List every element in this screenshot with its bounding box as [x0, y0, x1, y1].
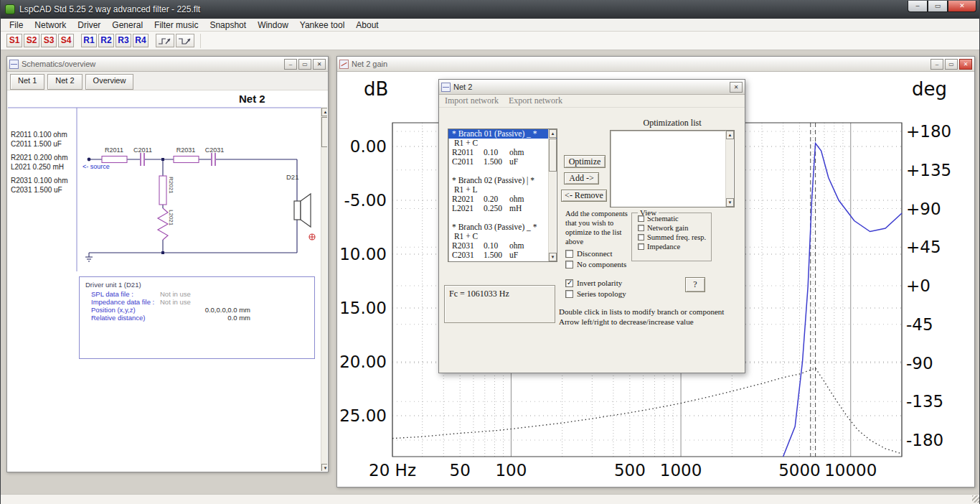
scroll-up-icon[interactable]: ▲ — [321, 108, 327, 116]
menu-item-general[interactable]: General — [106, 19, 149, 32]
tab-net-2[interactable]: Net 2 — [47, 74, 82, 90]
branch-list-row[interactable]: R1 + L — [448, 185, 557, 195]
db-tick-label: 10.00 — [338, 245, 387, 263]
toolbar-button-r4[interactable]: R4 — [133, 34, 149, 47]
gain-close-button[interactable]: ✕ — [959, 59, 972, 70]
toolbar-button-s2[interactable]: S2 — [24, 34, 39, 47]
resistor-r2031[interactable] — [174, 157, 199, 163]
optimize-button[interactable]: Optimize — [564, 155, 606, 168]
branch-list-row[interactable]: R1 + C — [448, 139, 557, 148]
menu-item-snapshot[interactable]: Snapshot — [204, 19, 252, 32]
tab-overview[interactable]: Overview — [85, 74, 134, 90]
schematics-minimize-button[interactable]: – — [284, 59, 297, 70]
branch-list-row[interactable]: C20111.500uF — [448, 157, 557, 167]
gain-maximize-button[interactable]: ▭ — [945, 59, 958, 70]
scroll-up-icon[interactable]: ▲ — [549, 129, 557, 138]
scrollbar-thumb[interactable] — [549, 139, 557, 172]
capacitor-c2031[interactable] — [212, 153, 215, 166]
no-components-checkbox-row[interactable]: No components — [565, 260, 626, 269]
capacitor-c2011[interactable] — [141, 153, 144, 166]
schematics-close-button[interactable]: ✕ — [313, 59, 326, 70]
invert-polarity-checkbox-row[interactable]: Invert polarity — [565, 279, 622, 287]
tab-net-1[interactable]: Net 1 — [10, 74, 44, 90]
menu-item-window[interactable]: Window — [252, 19, 294, 32]
no-components-checkbox[interactable] — [565, 261, 573, 269]
branch-list-row[interactable]: * Branch 01 (Passive) _ * — [448, 129, 557, 139]
deg-tick-label: +0 — [906, 276, 972, 295]
help-button[interactable]: ? — [685, 277, 705, 292]
schematics-window-titlebar[interactable]: Schematics/overview – ▭ ✕ — [7, 57, 328, 72]
disconnect-checkbox[interactable] — [565, 250, 573, 258]
menu-item-driver[interactable]: Driver — [72, 19, 106, 32]
scroll-down-icon[interactable]: ▼ — [549, 253, 557, 261]
remove-button[interactable]: <- Remove — [561, 190, 607, 202]
resistor-r2021[interactable] — [159, 176, 166, 205]
optimization-list[interactable] — [610, 130, 735, 207]
view-option-row[interactable]: Network gain — [638, 224, 711, 232]
toolbar-button-s1[interactable]: S1 — [6, 34, 22, 47]
schematics-tab-bar: Net 1Net 2Overview — [7, 72, 328, 90]
gain-minimize-button[interactable]: – — [930, 59, 943, 70]
gain-window-titlebar[interactable]: Net 2 gain – ▭ ✕ — [337, 57, 974, 72]
series-topology-checkbox-row[interactable]: Series topology — [565, 289, 626, 298]
view-option-checkbox[interactable] — [638, 234, 644, 241]
component-name: C2011 — [452, 157, 484, 167]
dialog-menu-import-network[interactable]: Import network — [445, 95, 499, 106]
branch-list-row[interactable]: R20110.10ohm — [448, 148, 557, 157]
deg-tick-label: -180 — [906, 431, 972, 449]
component-name: R2021 — [452, 195, 484, 204]
branch-list-row[interactable]: * Branch 02 (Passive) | * — [448, 176, 557, 185]
resistor-r2011[interactable] — [102, 157, 127, 163]
schematics-vertical-scrollbar[interactable]: ▲ ▼ — [321, 108, 327, 471]
series-topology-checkbox[interactable] — [565, 290, 573, 298]
dialog-menu-export-network[interactable]: Export network — [509, 95, 562, 106]
scroll-down-icon[interactable]: ▼ — [321, 464, 327, 471]
scrollbar-thumb[interactable] — [321, 117, 327, 147]
branch-list-row[interactable]: * Branch 03 (Passive) _ * — [448, 223, 557, 232]
db-tick-label: -5.00 — [338, 191, 387, 210]
branch-list-row[interactable]: L20210.250mH — [448, 204, 557, 213]
schematics-maximize-button[interactable]: ▭ — [298, 59, 311, 70]
disconnect-checkbox-row[interactable]: Disconnect — [565, 249, 612, 258]
close-button[interactable]: ✕ — [948, 1, 976, 12]
dialog-close-button[interactable]: ✕ — [730, 82, 743, 93]
branch-list-row[interactable] — [448, 167, 557, 176]
inductor-l2021[interactable] — [158, 208, 168, 240]
scroll-up-icon[interactable]: ▲ — [726, 131, 734, 139]
view-option-row[interactable]: Summed freq. resp. — [638, 233, 711, 241]
branch-list-row[interactable]: R20310.10ohm — [448, 241, 557, 251]
toolbar-button-s3[interactable]: S3 — [41, 34, 57, 47]
resize-grip[interactable] — [972, 495, 979, 503]
menu-item-about[interactable]: About — [350, 19, 384, 32]
menu-item-network[interactable]: Network — [29, 19, 72, 32]
view-option-checkbox[interactable] — [638, 215, 644, 222]
filter-tool-button-2[interactable] — [176, 34, 194, 47]
maximize-button[interactable]: ▭ — [928, 1, 948, 12]
menu-item-file[interactable]: File — [4, 19, 29, 32]
optimization-list-scrollbar[interactable]: ▲ ▼ — [725, 131, 733, 207]
driver-info-value: 0.0,0.0,0.0 mm — [205, 306, 250, 314]
toolbar-button-r3[interactable]: R3 — [116, 34, 131, 47]
branch-list-row[interactable]: R20210.20ohm — [448, 195, 557, 204]
toolbar-button-r1[interactable]: R1 — [81, 34, 97, 47]
branch-list-row[interactable] — [448, 213, 557, 223]
branch-list-row[interactable]: C20311.500uF — [448, 251, 557, 260]
view-option-row[interactable]: Impedance — [638, 243, 711, 251]
toolbar-button-s4[interactable]: S4 — [58, 34, 74, 47]
minimize-button[interactable]: – — [908, 1, 928, 12]
filter-tool-button-1[interactable] — [156, 34, 174, 47]
schematics-window-icon — [9, 60, 19, 69]
menu-item-yankee-tool[interactable]: Yankee tool — [294, 19, 351, 32]
view-option-checkbox[interactable] — [638, 225, 644, 231]
branch-list-row[interactable]: R1 + C — [448, 232, 557, 241]
menu-item-filter-music[interactable]: Filter music — [149, 19, 204, 32]
view-option-checkbox[interactable] — [638, 243, 644, 250]
dialog-titlebar[interactable]: Net 2 ✕ — [439, 80, 745, 95]
toolbar-button-r2[interactable]: R2 — [98, 34, 114, 47]
add-button[interactable]: Add -> — [564, 172, 599, 185]
scroll-down-icon[interactable]: ▼ — [726, 198, 734, 207]
driver-info-box[interactable]: Driver unit 1 (D21) SPL data file :Not i… — [79, 276, 315, 359]
invert-polarity-checkbox[interactable] — [565, 279, 573, 287]
branch-list-scrollbar[interactable]: ▲ ▼ — [548, 129, 556, 261]
branch-list[interactable]: * Branch 01 (Passive) _ * R1 + CR20110.1… — [448, 129, 557, 262]
